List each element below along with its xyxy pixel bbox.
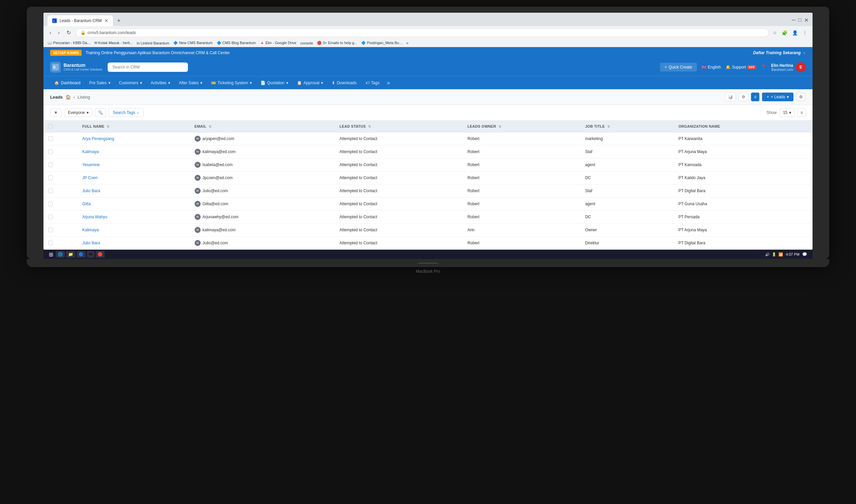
lead-name-link[interactable]: Kalimaya [82,228,99,232]
bookmark-8[interactable]: 🔷 Postingan_Meta Bu... [361,41,402,45]
new-leads-button[interactable]: + + Leads ▾ [762,93,793,101]
row-checkbox[interactable] [48,188,53,193]
edit-icon[interactable]: ✏ [62,176,66,180]
view-icon[interactable]: 👁 [69,176,73,180]
bookmarks-more[interactable]: » [406,40,409,46]
forward-button[interactable]: › [56,29,61,37]
bookmark-4[interactable]: 🔷 CMS Blog Barantum [217,41,256,45]
column-settings-button[interactable]: ≡ [798,108,806,117]
address-bar[interactable]: 🔒 crmv5.barantum.com/leads [75,29,769,37]
nav-item-downloads[interactable]: ⬇ Downloads [328,76,360,90]
announcement-link[interactable]: Daftar Training Sekarang → [753,51,806,55]
edit-icon[interactable]: ✏ [62,149,66,155]
row-checkbox[interactable] [48,162,53,167]
sort-name-icon[interactable]: ⇅ [107,125,109,128]
sort-status-icon[interactable]: ⇅ [368,125,371,128]
view-icon[interactable]: 👁 [69,137,73,141]
nav-item-ticketing[interactable]: 🎫 Ticketing System ▾ [207,76,256,90]
more-menu-button[interactable]: ⋮ [801,29,808,37]
row-checkbox[interactable] [48,201,53,206]
sort-title-icon[interactable]: ⇅ [607,125,610,128]
view-icon[interactable]: 👁 [69,188,73,194]
nav-item-tags[interactable]: 🏷 Tags [361,76,384,90]
edit-icon[interactable]: ✏ [62,241,66,246]
taskbar-icon-edge[interactable]: 🌐 [56,251,65,258]
sort-email-icon[interactable]: ⇅ [209,125,211,128]
taskbar-icon-files[interactable]: 📁 [66,251,75,258]
row-checkbox[interactable] [48,176,53,180]
lead-name-link[interactable]: Gitta [82,201,91,206]
edit-icon[interactable]: ✏ [62,201,66,206]
bookmark-1[interactable]: ✉ Kotak Masuk - herli... [94,41,133,45]
nav-item-aftersales[interactable]: After Sales ▾ [175,76,206,90]
view-icon[interactable]: 👁 [69,228,73,233]
bookmark-5[interactable]: 🔺 Elin - Google Drive [260,41,296,45]
bookmark-6[interactable]: console [300,41,313,45]
view-icon[interactable]: 👁 [69,162,73,167]
extensions-button[interactable]: 🧩 [781,29,789,37]
edit-icon[interactable]: ✏ [62,228,66,233]
minimize-button[interactable]: ─ [792,17,796,23]
filter-button[interactable]: ⚙ [738,93,748,101]
close-button[interactable]: ✕ [804,17,808,23]
sort-owner-icon[interactable]: ⇅ [499,125,501,128]
nav-item-activities[interactable]: Activities ▾ [147,76,174,90]
row-checkbox[interactable] [48,241,53,245]
lead-name-link[interactable]: Kalimaya [82,149,99,154]
lead-name-link[interactable]: Julio Bara [82,188,100,193]
view-icon[interactable]: 👁 [69,215,73,220]
notification-icon[interactable]: 💬 [802,252,807,257]
bookmark-0[interactable]: 📖 Pencarian - KBBI Da... [48,41,90,45]
user-section[interactable]: Elin Herlina Barantum.com E [771,62,806,72]
bookmark-3[interactable]: 🔷 New CMS Barantum [173,41,212,45]
show-count-select[interactable]: 15 ▾ [780,108,795,117]
lead-name-link[interactable]: Arjuna Wahyu [82,215,107,219]
search-input[interactable] [108,62,188,72]
bookmark-7[interactable]: 🔴 3+ Emails to help g... [317,41,357,45]
lead-name-link[interactable]: Arya Penangsang [82,137,114,141]
row-checkbox[interactable] [48,228,53,232]
advanced-filter-button[interactable]: ▼ [50,108,61,117]
table-settings-button[interactable]: ⚙ [796,93,806,101]
nav-item-customers[interactable]: Customers ▾ [115,76,146,90]
nav-item-presales[interactable]: Pre Sales ▾ [85,76,114,90]
view-icon[interactable]: 👁 [69,201,73,206]
view-icon[interactable]: 👁 [69,241,73,246]
help-button[interactable]: ❓ [761,65,766,70]
edit-icon[interactable]: ✏ [62,162,66,167]
taskbar-icon-mail[interactable]: ✉ [87,251,94,258]
bookmark-star-button[interactable]: ☆ [771,29,779,37]
support-button[interactable]: 🔔 Support OFF [726,65,756,70]
new-tab-button[interactable]: + [114,16,123,26]
windows-button[interactable]: ⊞ [49,251,53,258]
list-view-button[interactable]: ≡ [751,93,760,101]
lead-name-link[interactable]: Yesamine [82,162,100,167]
select-all-checkbox[interactable] [48,124,53,129]
language-button[interactable]: 🇬🇧 English [701,65,721,70]
bookmark-2[interactable]: in Linkind Barantum [137,41,169,45]
nav-more-button[interactable]: » [384,80,393,86]
nav-item-quotation[interactable]: 📄 Quotation ▾ [256,76,292,90]
view-icon[interactable]: 👁 [69,149,73,155]
breadcrumb-root[interactable]: Leads [50,94,63,100]
chart-view-button[interactable]: 📊 [725,93,736,101]
edit-icon[interactable]: ✏ [62,188,66,194]
nav-item-approval[interactable]: 📋 Approval ▾ [293,76,327,90]
profile-button[interactable]: 👤 [791,29,799,37]
lead-name-link[interactable]: JP Coen [82,176,97,180]
lead-name-link[interactable]: Julio Bara [82,241,100,245]
tab-close-button[interactable]: ✕ [104,18,108,23]
taskbar-icon-powerpoint[interactable]: 🔴 [96,251,105,258]
row-checkbox[interactable] [48,137,53,141]
edit-icon[interactable]: ✏ [62,215,66,220]
nav-item-dashboard[interactable]: 🏠 Dashboard [50,76,85,90]
row-checkbox[interactable] [48,149,53,154]
quick-create-button[interactable]: + Quick Create [660,63,697,72]
search-tags-button[interactable]: Search Tags ⬦ [109,108,144,117]
search-button[interactable]: 🔍 [95,108,106,117]
active-tab[interactable]: L Leads - Barantum CRM ✕ [48,15,113,26]
edit-icon[interactable]: ✏ [62,137,66,141]
everyone-select[interactable]: Everyone ▾ [64,108,92,117]
refresh-button[interactable]: ↻ [65,28,73,37]
row-checkbox[interactable] [48,215,53,219]
